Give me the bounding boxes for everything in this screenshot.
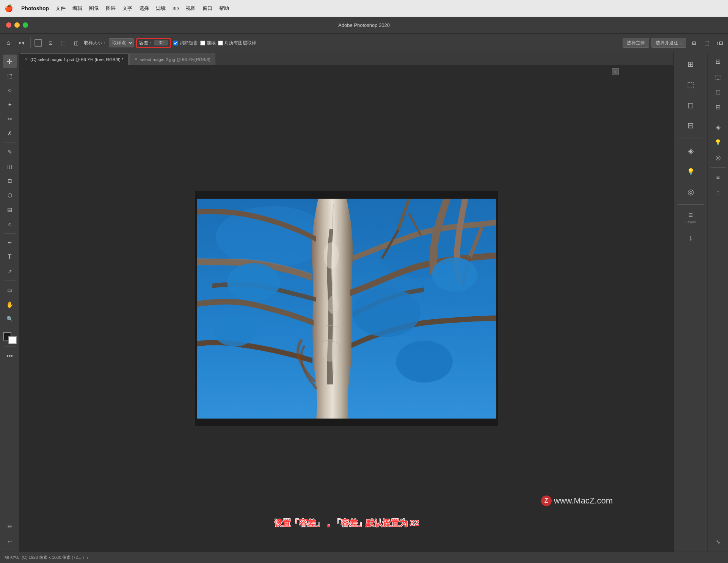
sample-size-label: 取样大小： <box>84 40 107 46</box>
tool-clone[interactable]: ⊡ <box>3 174 17 188</box>
menu-layer[interactable]: 图层 <box>106 5 116 12</box>
tool-undo-indicator[interactable]: ↩ <box>3 535 17 549</box>
svg-point-10 <box>323 339 336 362</box>
menu-filter[interactable]: 滤镜 <box>156 5 166 12</box>
panel-swatches-icon[interactable]: 💡 <box>681 162 700 181</box>
background-color[interactable] <box>8 336 17 344</box>
menu-view[interactable]: 视图 <box>186 5 196 12</box>
left-tool-panel: ✛ ⬚ ○ ✦ ✂ ✗ ✎ ◫ ⊡ ⬡ ▤ ○ ✒ T ↗ ▭ ✋ 🔍 ••• … <box>0 52 20 552</box>
view-grid-icon[interactable]: ⊞ <box>689 38 699 48</box>
tool-spot-heal[interactable]: ✎ <box>3 145 17 159</box>
menu-edit[interactable]: 编辑 <box>72 5 82 12</box>
right-panel-sep-2 <box>678 204 704 205</box>
svg-point-9 <box>328 295 339 314</box>
tool-zoom[interactable]: 🔍 <box>3 312 17 326</box>
panel-channels-icon[interactable]: ↕ <box>681 228 700 247</box>
menu-window[interactable]: 窗口 <box>202 5 212 12</box>
right-panel: ⊞ ⬚ ◻ ⊟ ◈ 💡 ◎ ≡ Layers ↕ <box>673 52 708 552</box>
far-right-resize-icon[interactable]: ⤡ <box>711 535 725 549</box>
far-right-icon-3[interactable]: ◻ <box>711 85 725 99</box>
tab-close-jpg[interactable]: ✕ <box>134 57 138 61</box>
window-controls <box>6 22 28 28</box>
tool-more[interactable]: ••• <box>3 349 17 363</box>
annotation-text: 设置「容差」，「容差」默认设置为 32 <box>274 518 419 529</box>
apple-menu[interactable]: 🍎 <box>5 4 13 13</box>
menu-image[interactable]: 图像 <box>89 5 99 12</box>
tool-color-swatches[interactable] <box>3 332 17 344</box>
menu-3d[interactable]: 3D <box>173 6 179 11</box>
panel-collapse-button[interactable]: « <box>612 68 619 75</box>
menu-select[interactable]: 选择 <box>139 5 149 12</box>
watermark: Z www.MacZ.com <box>541 496 613 506</box>
tool-edit-quick[interactable]: ✏ <box>3 520 17 533</box>
app-name: Photoshop <box>21 5 49 11</box>
far-right-icon-1[interactable]: ⊞ <box>711 55 725 68</box>
tool-shape[interactable]: ▭ <box>3 283 17 297</box>
close-button[interactable] <box>6 22 11 28</box>
select-mask-button[interactable]: 选择并遮住... <box>651 38 686 48</box>
tool-text[interactable]: T <box>3 250 17 264</box>
tool-magic-wand[interactable]: ✦ <box>3 98 17 111</box>
far-right-icon-5[interactable]: ◈ <box>711 120 725 134</box>
tab-psd[interactable]: ✕ (C) select-magic-1.psd @ 66.7% (tree, … <box>20 53 129 65</box>
svg-point-15 <box>396 341 453 383</box>
svg-point-14 <box>214 316 256 347</box>
canvas-area: ✕ (C) select-magic-1.psd @ 66.7% (tree, … <box>20 52 673 552</box>
svg-point-11 <box>227 263 280 301</box>
all-layers-checkbox[interactable] <box>218 41 223 45</box>
panel-learn-icon[interactable]: ⊞ <box>681 55 700 74</box>
contiguous-checkbox[interactable] <box>200 41 205 45</box>
magic-wand-tool-icon[interactable]: ✦▾ <box>16 38 27 48</box>
tab-jpg[interactable]: ✕ select-magic-2.jpg @ 66.7%(RGB/8) <box>129 53 215 65</box>
far-right-icon-7[interactable]: ◎ <box>711 151 725 164</box>
panel-layers-icon[interactable]: ≡ Layers <box>681 208 700 227</box>
all-layers-group: 对所有图层取样 <box>218 40 256 46</box>
menu-help[interactable]: 帮助 <box>219 5 229 12</box>
home-icon[interactable]: ⌂ <box>3 38 14 48</box>
far-right-icon-9[interactable]: ↕ <box>711 186 725 199</box>
sample-size-select[interactable]: 取样点 <box>109 38 134 47</box>
far-right-icon-8[interactable]: ≡ <box>711 171 725 184</box>
panel-libraries-icon[interactable]: ⬚ <box>681 75 700 94</box>
tool-path-select[interactable]: ↗ <box>3 265 17 278</box>
panel-properties-icon[interactable]: ◻ <box>681 96 700 114</box>
tool-dodge[interactable]: ○ <box>3 217 17 231</box>
antialias-checkbox[interactable] <box>173 41 178 45</box>
far-right-icon-4[interactable]: ⊟ <box>711 100 725 114</box>
zoom-level: 66.67% <box>5 555 19 560</box>
tool-lasso[interactable]: ○ <box>3 83 17 97</box>
tool-move[interactable]: ✛ <box>3 55 17 68</box>
status-arrow[interactable]: › <box>87 555 88 560</box>
view-expand-icon[interactable]: ⬚ <box>701 38 712 48</box>
tool-pen[interactable]: ✒ <box>3 236 17 249</box>
panel-adjustments-icon[interactable]: ⊟ <box>681 116 700 135</box>
tolerance-box: 容差： <box>136 38 171 48</box>
menu-text[interactable]: 文字 <box>122 5 132 12</box>
share-icon[interactable]: ↑⊡ <box>714 38 725 48</box>
far-right-panel: ⊞ ⬚ ◻ ⊟ ◈ 💡 ◎ ≡ ↕ ⤡ <box>708 52 728 552</box>
contiguous-group: 连续 <box>200 40 216 46</box>
tool-gradient[interactable]: ▤ <box>3 203 17 216</box>
tool-brush[interactable]: ◫ <box>3 160 17 173</box>
menu-file[interactable]: 文件 <box>56 5 66 12</box>
tab-close-psd[interactable]: ✕ <box>25 57 28 61</box>
tolerance-input[interactable] <box>154 40 168 45</box>
tab-label-jpg: select-magic-2.jpg @ 66.7%(RGB/8) <box>140 57 210 62</box>
far-right-sep <box>711 117 726 117</box>
sample-extra-icon: ◫ <box>71 38 82 48</box>
tool-eyedropper[interactable]: ✗ <box>3 127 17 140</box>
all-layers-label: 对所有图层取样 <box>224 40 256 46</box>
status-info: (C) 1920 像素 x 1080 像素 (72... ) <box>22 555 84 560</box>
tool-hand[interactable]: ✋ <box>3 298 17 311</box>
select-subject-button[interactable]: 选择主体 <box>623 38 649 48</box>
far-right-icon-6[interactable]: 💡 <box>711 135 725 149</box>
tool-eraser[interactable]: ⬡ <box>3 188 17 202</box>
minimize-button[interactable] <box>14 22 20 28</box>
maximize-button[interactable] <box>23 22 28 28</box>
panel-color-icon[interactable]: ◈ <box>681 141 700 160</box>
far-right-icon-2[interactable]: ⬚ <box>711 70 725 83</box>
watermark-url: www.MacZ.com <box>554 496 613 506</box>
panel-gradients-icon[interactable]: ◎ <box>681 182 700 201</box>
tool-crop[interactable]: ✂ <box>3 112 17 126</box>
tool-marquee[interactable]: ⬚ <box>3 69 17 83</box>
